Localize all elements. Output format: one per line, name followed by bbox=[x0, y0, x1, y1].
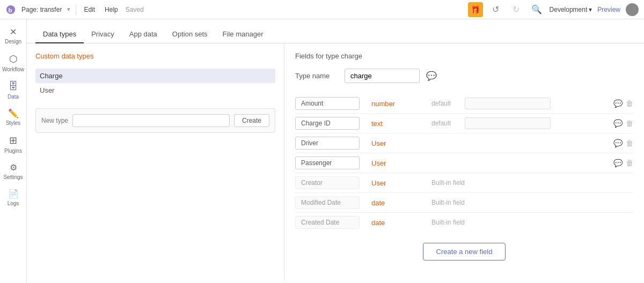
new-type-label: New type bbox=[41, 117, 68, 124]
field-name-passenger: Passenger bbox=[295, 157, 365, 169]
content-area: Custom data types Charge 🗑 User 🗑 New ty… bbox=[27, 43, 644, 280]
sidebar-item-label-workflow: Workflow bbox=[2, 66, 24, 72]
new-type-input[interactable] bbox=[72, 114, 230, 127]
sidebar-item-label-styles: Styles bbox=[6, 120, 20, 126]
field-comment-chargeid[interactable]: 💬 bbox=[613, 119, 623, 128]
field-delete-amount[interactable]: 🗑 bbox=[626, 99, 633, 108]
field-row-created-date: Created Date date Built-in field bbox=[295, 213, 633, 232]
help-menu[interactable]: Help bbox=[103, 6, 120, 13]
left-panel-title: Custom data types bbox=[35, 52, 275, 60]
field-row-driver: Driver User 💬 🗑 bbox=[295, 133, 633, 153]
field-delete-chargeid[interactable]: 🗑 bbox=[626, 119, 633, 128]
plugins-icon: ⊞ bbox=[9, 135, 17, 146]
field-name-box-driver[interactable]: Driver bbox=[295, 137, 360, 150]
topbar: b Page: transfer ▾ Edit Help Saved 🎁 ↺ ↻… bbox=[0, 0, 644, 19]
new-type-form: New type Create bbox=[35, 108, 275, 133]
field-name-modified-date: Modified Date bbox=[295, 196, 365, 209]
sidebar-item-workflow[interactable]: ⬡ Workflow bbox=[1, 50, 26, 76]
sidebar-item-data[interactable]: 🗄 Data bbox=[1, 78, 26, 103]
field-comment-passenger[interactable]: 💬 bbox=[613, 159, 623, 167]
field-builtin-creator: Built-in field bbox=[431, 179, 474, 187]
fields-table: Amount number default 💬 🗑 Charge bbox=[295, 94, 633, 232]
field-type-chargeid: text bbox=[371, 120, 425, 128]
data-type-charge[interactable]: Charge 🗑 bbox=[35, 69, 275, 83]
main-content: Data types Privacy App data Option sets … bbox=[27, 19, 644, 283]
dev-environment[interactable]: Development ▾ bbox=[550, 6, 592, 13]
field-row-creator: Creator User Built-in field bbox=[295, 173, 633, 193]
right-panel: Fields for type charge Type name 💬 Amoun… bbox=[284, 43, 644, 280]
user-avatar[interactable] bbox=[626, 3, 639, 16]
field-type-driver: User bbox=[371, 139, 425, 147]
settings-icon: ⚙ bbox=[10, 162, 17, 173]
data-type-charge-label: Charge bbox=[40, 72, 63, 80]
left-panel: Custom data types Charge 🗑 User 🗑 New ty… bbox=[27, 43, 284, 280]
sidebar-item-design[interactable]: ✕ Design bbox=[1, 24, 26, 48]
preview-button[interactable]: Preview bbox=[597, 6, 620, 13]
data-type-user[interactable]: User 🗑 bbox=[35, 83, 275, 98]
logs-icon: 📄 bbox=[8, 189, 19, 199]
type-name-comment-icon[interactable]: 💬 bbox=[426, 71, 437, 81]
workflow-icon: ⬡ bbox=[9, 53, 18, 65]
field-type-amount: number bbox=[371, 100, 425, 108]
field-type-passenger: User bbox=[371, 159, 425, 167]
field-type-created-date: date bbox=[371, 219, 425, 227]
sidebar-item-label-design: Design bbox=[5, 39, 21, 44]
field-name-box-passenger[interactable]: Passenger bbox=[295, 157, 360, 169]
tabs-bar: Data types Privacy App data Option sets … bbox=[27, 19, 644, 43]
field-row-amount: Amount number default 💬 🗑 bbox=[295, 94, 633, 114]
field-default-input-chargeid[interactable] bbox=[465, 117, 551, 129]
topbar-divider-1 bbox=[76, 4, 76, 15]
sidebar-item-logs[interactable]: 📄 Logs bbox=[1, 185, 26, 210]
type-name-row: Type name 💬 bbox=[295, 69, 633, 83]
field-actions-driver: 💬 🗑 bbox=[613, 139, 633, 147]
field-default-input-amount[interactable] bbox=[465, 98, 551, 109]
field-actions-amount: 💬 🗑 bbox=[613, 99, 633, 108]
sidebar-item-label-settings: Settings bbox=[3, 174, 23, 180]
tab-data-types[interactable]: Data types bbox=[35, 26, 84, 43]
tab-app-data[interactable]: App data bbox=[122, 26, 165, 43]
field-delete-passenger[interactable]: 🗑 bbox=[626, 159, 633, 167]
type-name-label: Type name bbox=[295, 72, 338, 80]
undo-button[interactable]: ↺ bbox=[488, 2, 503, 17]
edit-menu[interactable]: Edit bbox=[82, 6, 97, 13]
data-type-user-label: User bbox=[40, 86, 54, 94]
create-type-button[interactable]: Create bbox=[234, 114, 269, 127]
field-name-creator: Creator bbox=[295, 176, 365, 189]
field-name-box-creator: Creator bbox=[295, 176, 360, 189]
sidebar-item-plugins[interactable]: ⊞ Plugins bbox=[1, 131, 26, 157]
page-dropdown[interactable]: ▾ bbox=[67, 6, 70, 13]
field-actions-chargeid: 💬 🗑 bbox=[613, 119, 633, 128]
field-comment-driver[interactable]: 💬 bbox=[613, 139, 623, 147]
field-name-amount: Amount bbox=[295, 97, 365, 110]
sidebar-item-styles[interactable]: ✏️ Styles bbox=[1, 105, 26, 129]
field-name-chargeid: Charge ID bbox=[295, 117, 365, 130]
field-type-modified-date: date bbox=[371, 199, 425, 207]
page-name: Page: transfer bbox=[21, 6, 62, 13]
gift-button[interactable]: 🎁 bbox=[468, 2, 483, 17]
field-builtin-modified-date: Built-in field bbox=[431, 199, 474, 206]
sidebar-item-settings[interactable]: ⚙ Settings bbox=[1, 159, 26, 183]
field-name-created-date: Created Date bbox=[295, 216, 365, 229]
styles-icon: ✏️ bbox=[8, 108, 19, 118]
field-name-driver: Driver bbox=[295, 137, 365, 150]
right-panel-title: Fields for type charge bbox=[295, 52, 633, 60]
type-name-input[interactable] bbox=[345, 69, 420, 83]
field-delete-driver[interactable]: 🗑 bbox=[626, 139, 633, 147]
field-name-box-amount[interactable]: Amount bbox=[295, 97, 360, 110]
sidebar: ✕ Design ⬡ Workflow 🗄 Data ✏️ Styles ⊞ P… bbox=[0, 19, 27, 283]
tab-option-sets[interactable]: Option sets bbox=[165, 26, 215, 43]
tab-file-manager[interactable]: File manager bbox=[215, 26, 271, 43]
redo-button[interactable]: ↻ bbox=[509, 2, 524, 17]
field-name-box-chargeid[interactable]: Charge ID bbox=[295, 117, 360, 130]
field-default-label-chargeid: default bbox=[431, 120, 458, 127]
data-icon: 🗄 bbox=[9, 81, 18, 92]
search-button[interactable]: 🔍 bbox=[529, 2, 544, 17]
tab-privacy[interactable]: Privacy bbox=[84, 26, 122, 43]
saved-status: Saved bbox=[126, 6, 144, 13]
field-comment-amount[interactable]: 💬 bbox=[613, 99, 623, 108]
app-logo[interactable]: b bbox=[5, 4, 16, 15]
sidebar-item-label-logs: Logs bbox=[8, 200, 19, 206]
field-default-label-amount: default bbox=[431, 100, 458, 107]
create-new-field-button[interactable]: Create a new field bbox=[423, 243, 506, 260]
svg-text:b: b bbox=[9, 6, 12, 13]
